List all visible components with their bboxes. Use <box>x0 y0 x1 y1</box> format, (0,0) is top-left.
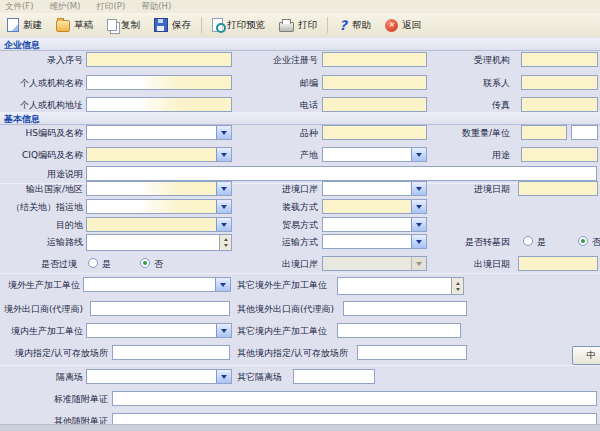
chevron-down-icon[interactable] <box>216 200 231 213</box>
overseas-producer-select[interactable] <box>83 277 231 292</box>
other-domestic-producer-label: 其它境内生产加工单位 <box>237 325 347 338</box>
origin-select[interactable] <box>322 147 427 162</box>
variety-input[interactable] <box>322 125 427 140</box>
overseas-producer-label: 境外生产加工单位 <box>0 279 80 292</box>
phone-input[interactable] <box>322 97 427 112</box>
gmo-yes-radio[interactable] <box>523 236 533 246</box>
exit-port-label: 出境口岸 <box>235 258 318 271</box>
accept-org-input[interactable] <box>521 52 598 67</box>
chevron-down-icon[interactable] <box>216 324 231 337</box>
divider <box>0 365 600 366</box>
unit-input[interactable] <box>571 125 598 140</box>
entry-date-label: 进境日期 <box>430 183 510 196</box>
declaration-form-window: 文件(F) 维护(M) 打印(P) 帮助(H) 新建 草稿 复制 保存 打印预览… <box>0 0 600 431</box>
copy-button[interactable]: 复制 <box>100 17 147 34</box>
standard-docs-input[interactable] <box>112 391 597 406</box>
entry-no-input[interactable] <box>86 52 232 67</box>
menu-help[interactable]: 帮助(H) <box>141 1 171 13</box>
chevron-down-icon[interactable] <box>216 218 231 231</box>
standard-docs-label: 标准随附单证 <box>0 393 108 406</box>
other-overseas-producer-input[interactable] <box>337 277 464 295</box>
new-document-icon <box>7 18 19 32</box>
spinner-updown-icon[interactable] <box>219 235 231 250</box>
menu-file[interactable]: 文件(F) <box>5 1 34 13</box>
gmo-no-radio[interactable] <box>578 236 588 246</box>
back-button-label: 返回 <box>402 19 421 32</box>
chevron-down-icon[interactable] <box>215 278 230 291</box>
org-addr-input[interactable] <box>86 97 232 112</box>
transit-yes-radio[interactable] <box>88 258 98 268</box>
other-domestic-producer-input[interactable] <box>337 323 461 338</box>
copy-icon <box>107 19 117 31</box>
chevron-down-icon[interactable] <box>411 235 426 248</box>
copy-button-label: 复制 <box>121 19 140 32</box>
print-button[interactable]: 打印 <box>272 17 324 34</box>
quarantine-select[interactable] <box>86 369 232 384</box>
transit-no-radio[interactable] <box>140 258 150 268</box>
domestic-storage-input[interactable] <box>112 345 230 360</box>
menu-maintain[interactable]: 维护(M) <box>50 1 81 13</box>
chevron-down-icon[interactable] <box>216 370 231 383</box>
help-button[interactable]: 帮助 <box>331 17 378 34</box>
print-preview-label: 打印预览 <box>227 19 265 32</box>
overseas-exporter-input[interactable] <box>90 301 230 316</box>
hs-code-select[interactable] <box>86 125 232 140</box>
export-country-label: 输出国家/地区 <box>0 183 83 196</box>
qty-unit-label: 数重量/单位 <box>430 127 510 140</box>
entry-no-label: 录入序号 <box>0 54 83 67</box>
other-overseas-exporter-input[interactable] <box>343 301 467 316</box>
contact-input[interactable] <box>521 75 598 90</box>
domestic-producer-select[interactable] <box>86 323 232 338</box>
draft-button[interactable]: 草稿 <box>49 16 100 34</box>
entry-port-label: 进境口岸 <box>235 183 318 196</box>
menu-print[interactable]: 打印(P) <box>97 1 126 13</box>
printer-icon <box>279 22 294 32</box>
new-button-label: 新建 <box>23 19 42 32</box>
print-preview-icon <box>212 18 223 32</box>
route-input[interactable] <box>86 234 232 251</box>
loading-mode-select[interactable] <box>322 199 427 214</box>
new-button[interactable]: 新建 <box>0 16 49 34</box>
save-floppy-icon <box>154 18 168 32</box>
qty-input[interactable] <box>521 125 567 140</box>
chevron-down-icon[interactable] <box>216 148 231 161</box>
back-button[interactable]: 返回 <box>378 17 428 34</box>
chevron-down-icon[interactable] <box>411 200 426 213</box>
destination-select[interactable] <box>86 217 232 232</box>
section-header-enterprise: 企业信息 <box>0 38 600 51</box>
chevron-down-icon[interactable] <box>411 148 426 161</box>
org-name-input[interactable] <box>86 75 232 90</box>
reg-no-input[interactable] <box>322 52 427 67</box>
clearance-select[interactable] <box>86 199 232 214</box>
chevron-down-icon <box>411 257 426 270</box>
back-close-icon <box>385 19 398 32</box>
ciq-code-select[interactable] <box>86 147 232 162</box>
gmo-no-label: 否 <box>592 236 600 249</box>
menu-bar: 文件(F) 维护(M) 打印(P) 帮助(H) <box>0 0 600 13</box>
gmo-label: 是否转基因 <box>430 236 510 249</box>
other-quarantine-input[interactable] <box>293 369 375 384</box>
postcode-input[interactable] <box>322 75 427 90</box>
other-overseas-producer-label: 其它境外生产加工单位 <box>237 279 347 292</box>
domestic-storage-label: 境内指定/认可存放场所 <box>0 347 108 360</box>
trade-mode-select[interactable] <box>322 217 427 232</box>
export-country-select[interactable] <box>86 181 232 196</box>
save-button[interactable]: 保存 <box>147 16 198 34</box>
exit-date-input[interactable] <box>518 256 598 271</box>
mid-button[interactable]: 中 <box>572 346 600 365</box>
toolbar-separator <box>327 17 328 33</box>
entry-port-select[interactable] <box>322 181 427 196</box>
chevron-down-icon[interactable] <box>411 218 426 231</box>
spinner-updown-icon[interactable] <box>451 278 463 294</box>
chevron-down-icon[interactable] <box>216 182 231 195</box>
entry-date-input[interactable] <box>518 181 598 196</box>
use-desc-input[interactable] <box>86 166 597 181</box>
chevron-down-icon[interactable] <box>411 182 426 195</box>
transport-mode-select[interactable] <box>322 234 427 249</box>
chevron-down-icon[interactable] <box>216 126 231 139</box>
print-button-label: 打印 <box>298 19 317 32</box>
print-preview-button[interactable]: 打印预览 <box>205 16 272 34</box>
fax-input[interactable] <box>521 97 598 112</box>
other-domestic-storage-input[interactable] <box>357 345 467 360</box>
use-input[interactable] <box>521 147 598 162</box>
